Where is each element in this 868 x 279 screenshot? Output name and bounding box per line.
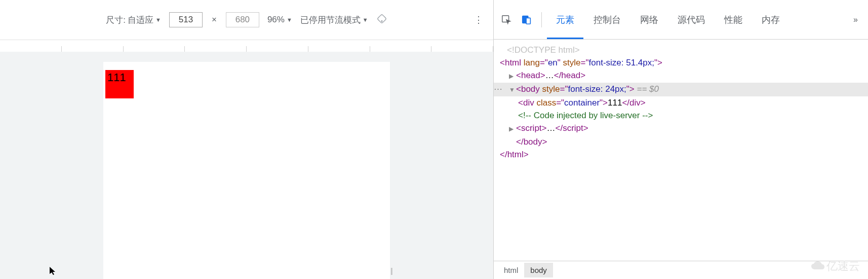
tab-performance[interactable]: 性能	[715, 1, 752, 39]
throttle-select[interactable]: 已停用节流模式 ▼	[300, 14, 368, 26]
tab-network[interactable]: 网络	[631, 1, 667, 39]
rotate-icon[interactable]	[376, 13, 387, 27]
throttle-value: 已停用节流模式	[300, 14, 361, 26]
cursor-icon	[50, 267, 57, 277]
tab-sources[interactable]: 源代码	[668, 1, 714, 39]
dom-div[interactable]: <div class="container">111</div>	[494, 96, 868, 109]
dimension-separator: ×	[212, 15, 217, 25]
dom-body-open[interactable]: ⋯▼<body style="font-size: 24px;"> == $0	[494, 83, 868, 96]
dom-html-close[interactable]: </html>	[494, 148, 868, 161]
device-toggle-icon[interactable]	[518, 11, 535, 28]
svg-rect-0	[377, 14, 386, 23]
dom-script[interactable]: ▶<script>…</script>	[494, 122, 868, 135]
zoom-value: 96%	[267, 15, 285, 25]
more-tabs-icon[interactable]: »	[846, 15, 865, 24]
dom-comment[interactable]: <!-- Code injected by live-server -->	[494, 109, 868, 122]
resize-handle-icon[interactable]: ||	[390, 267, 392, 275]
dom-body-close[interactable]: </body>	[494, 135, 868, 148]
dom-head[interactable]: ▶<head>…</head>	[494, 69, 868, 83]
viewport-area: 111 ||	[0, 52, 493, 279]
device-frame[interactable]: 111	[103, 62, 390, 279]
devtools-tabs: 元素 控制台 网络 源代码 性能 内存 »	[494, 0, 868, 40]
container-div: 111	[105, 70, 134, 98]
chevron-down-icon: ▼	[155, 17, 161, 23]
ruler	[0, 40, 493, 52]
device-toolbar: 尺寸: 自适应 ▼ × 96% ▼ 已停用节流模式 ▼ ⋮	[0, 0, 493, 40]
size-label-text: 尺寸:	[106, 14, 126, 26]
tab-elements[interactable]: 元素	[547, 1, 583, 39]
height-input[interactable]	[226, 12, 259, 27]
breadcrumb-html[interactable]: html	[498, 263, 524, 277]
dom-tree[interactable]: <!DOCTYPE html> <html lang="en" style="f…	[494, 40, 868, 261]
chevron-down-icon: ▼	[363, 17, 368, 23]
svg-rect-4	[526, 18, 530, 24]
dom-doctype[interactable]: <!DOCTYPE html>	[494, 44, 868, 56]
size-mode-value: 自适应	[128, 14, 153, 26]
tab-memory[interactable]: 内存	[753, 1, 789, 39]
breadcrumb-body[interactable]: body	[524, 263, 553, 277]
inspect-element-icon[interactable]	[498, 11, 515, 28]
responsive-size-select[interactable]: 尺寸: 自适应 ▼	[106, 14, 161, 26]
svg-point-1	[381, 20, 382, 21]
zoom-select[interactable]: 96% ▼	[267, 15, 292, 25]
tab-console[interactable]: 控制台	[584, 1, 630, 39]
dom-html-open[interactable]: <html lang="en" style="font-size: 51.4px…	[494, 56, 868, 69]
more-menu-icon[interactable]: ⋮	[474, 14, 483, 25]
watermark: 亿速云	[811, 259, 860, 274]
chevron-down-icon: ▼	[287, 17, 292, 23]
devtools-panel: 元素 控制台 网络 源代码 性能 内存 » <!DOCTYPE html> <h…	[493, 0, 868, 279]
device-viewport-panel: 尺寸: 自适应 ▼ × 96% ▼ 已停用节流模式 ▼ ⋮ 111 ||	[0, 0, 493, 279]
width-input[interactable]	[169, 12, 203, 27]
